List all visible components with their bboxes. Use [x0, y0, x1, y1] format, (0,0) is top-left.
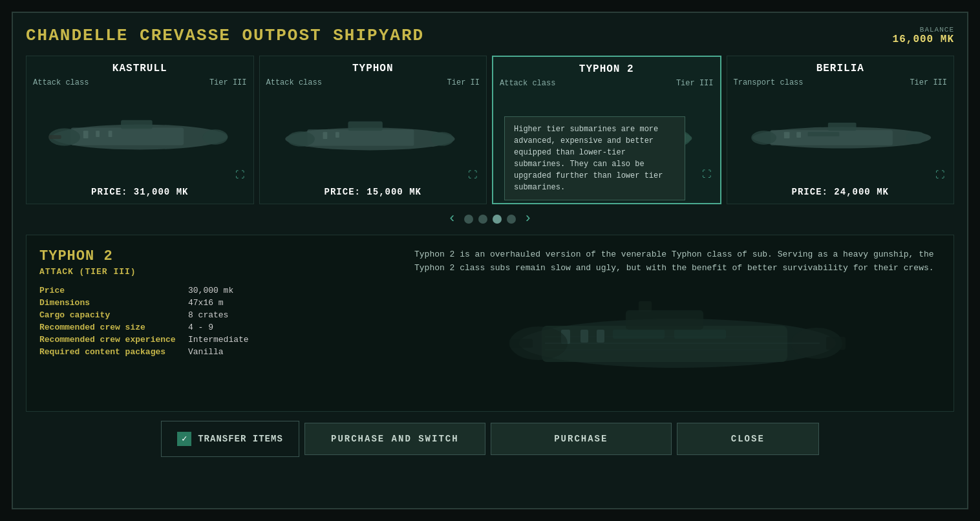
stat-row: Dimensions 47x16 m — [39, 298, 401, 308]
ship-meta-kastrull: Attack class Tier III — [33, 78, 247, 87]
ship-card-berilia[interactable]: BERILIA Transport class Tier III ⛶ P — [727, 56, 955, 204]
ship-svg-typhon2 — [500, 108, 714, 166]
nav-dot-1[interactable] — [478, 215, 487, 224]
stat-value-3: 4 - 9 — [188, 323, 213, 332]
ship-tier-berilia: Tier III — [910, 78, 947, 87]
stat-row: Cargo capacity 8 crates — [39, 310, 401, 320]
svg-rect-20 — [566, 131, 571, 138]
svg-rect-22 — [591, 131, 616, 136]
stat-value-5: Vanilla — [188, 347, 224, 357]
stat-row: Required content packages Vanilla — [39, 347, 401, 357]
ship-class-kastrull: Attack class — [33, 78, 89, 87]
stat-label-2: Cargo capacity — [39, 310, 188, 320]
ship-name-typhon: TYPHON — [266, 63, 480, 74]
ship-card-typhon[interactable]: TYPHON Attack class Tier II ⛶ PRICE: 15,… — [259, 56, 487, 204]
expand-icon-kastrull[interactable]: ⛶ — [235, 170, 244, 180]
stat-label-5: Required content packages — [39, 347, 188, 357]
detail-ship-svg — [490, 282, 865, 398]
ship-name-typhon2: TYPHON 2 — [500, 63, 714, 75]
nav-next-button[interactable]: › — [524, 211, 532, 227]
nav-dot-3[interactable] — [507, 215, 516, 224]
svg-rect-36 — [626, 310, 703, 330]
ship-price-berilia: PRICE: 24,000 MK — [734, 187, 948, 197]
expand-icon-berilia[interactable]: ⛶ — [935, 170, 944, 180]
detail-left: TYPHON 2 ATTACK (TIER III) Price 30,000 … — [39, 248, 401, 398]
ship-card-kastrull[interactable]: KASTRULL Attack class Tier III ⛶ — [26, 56, 254, 204]
svg-point-6 — [202, 129, 228, 144]
nav-dots — [464, 215, 516, 224]
check-mark: ✓ — [182, 433, 187, 444]
stat-value-2: 8 crates — [188, 310, 228, 320]
svg-rect-4 — [96, 131, 100, 137]
svg-rect-19 — [553, 131, 559, 139]
transfer-items-toggle[interactable]: ✓ TRANSFER ITEMS — [161, 421, 299, 457]
nav-dot-2[interactable] — [493, 215, 502, 224]
ship-class-typhon2: Attack class — [500, 79, 555, 88]
ship-meta-typhon2: Attack class Tier III — [500, 79, 714, 88]
ship-class-typhon: Attack class — [266, 78, 322, 87]
stat-value-1: 47x16 m — [188, 298, 224, 308]
ship-image-typhon2: ⛶ — [500, 92, 714, 182]
expand-icon-typhon[interactable]: ⛶ — [468, 170, 477, 180]
ship-meta-typhon: Attack class Tier II — [266, 78, 480, 87]
ship-svg-berilia — [734, 108, 948, 166]
ship-name-berilia: BERILIA — [734, 63, 948, 74]
close-button[interactable]: CLOSE — [677, 423, 819, 455]
stat-value-0: 30,000 mk — [188, 286, 233, 295]
svg-rect-11 — [348, 122, 382, 131]
ship-image-berilia: ⛶ — [734, 91, 948, 183]
balance-label: BALANCE — [893, 26, 954, 34]
ship-image-kastrull: ⛶ — [33, 91, 247, 183]
detail-panel: TYPHON 2 ATTACK (TIER III) Price 30,000 … — [26, 235, 954, 412]
bottom-bar: ✓ TRANSFER ITEMS PURCHASE AND SWITCH PUR… — [26, 421, 954, 457]
svg-rect-31 — [807, 132, 839, 136]
ship-tier-kastrull: Tier III — [209, 78, 247, 87]
svg-point-33 — [751, 131, 776, 144]
detail-ship-image — [414, 282, 941, 398]
transfer-label: TRANSFER ITEMS — [198, 434, 283, 444]
svg-point-14 — [431, 132, 453, 145]
svg-rect-25 — [517, 136, 528, 140]
stat-row: Recommended crew size 4 - 9 — [39, 323, 401, 332]
svg-rect-46 — [509, 339, 533, 348]
nav-dot-0[interactable] — [464, 215, 473, 224]
svg-rect-29 — [783, 132, 789, 138]
svg-rect-21 — [579, 131, 583, 138]
svg-rect-8 — [48, 135, 61, 139]
ship-card-typhon2[interactable]: TYPHON 2 Attack class Tier III — [492, 56, 721, 204]
ship-class-berilia: Transport class — [734, 78, 804, 87]
header: CHANDELLE CREVASSE OUTPOST SHIPYARD BALA… — [26, 26, 954, 45]
stat-label-1: Dimensions — [39, 298, 188, 308]
purchase-button[interactable]: PURCHASE — [491, 423, 672, 455]
ship-tier-typhon2: Tier III — [676, 79, 714, 88]
svg-rect-42 — [674, 330, 726, 339]
balance-value: 16,000 MK — [893, 34, 954, 45]
detail-stats: Price 30,000 mk Dimensions 47x16 m Cargo… — [39, 286, 401, 357]
stat-value-4: Intermediate — [188, 335, 249, 345]
expand-icon-typhon2[interactable]: ⛶ — [702, 169, 711, 180]
nav-prev-button[interactable]: ‹ — [448, 211, 456, 227]
svg-rect-5 — [109, 131, 112, 137]
stat-label-0: Price — [39, 286, 188, 295]
ship-svg-typhon — [266, 108, 480, 166]
purchase-and-switch-button[interactable]: PURCHASE AND SWITCH — [304, 423, 485, 455]
ship-tier-typhon: Tier II — [447, 78, 480, 87]
balance-area: BALANCE 16,000 MK — [893, 26, 954, 45]
svg-rect-13 — [335, 132, 339, 138]
svg-rect-2 — [121, 120, 153, 129]
stat-row: Price 30,000 mk — [39, 286, 401, 295]
ship-svg-kastrull — [33, 108, 247, 166]
main-window: CHANDELLE CREVASSE OUTPOST SHIPYARD BALA… — [12, 12, 968, 509]
svg-point-23 — [667, 131, 691, 145]
stat-row: Recommended crew experience Intermediate — [39, 335, 401, 345]
svg-point-15 — [287, 131, 315, 146]
svg-rect-3 — [83, 131, 89, 138]
stat-label-4: Recommended crew experience — [39, 335, 188, 345]
svg-rect-40 — [597, 330, 604, 343]
svg-rect-12 — [323, 132, 327, 139]
detail-class: ATTACK (TIER III) — [39, 267, 401, 277]
stat-label-3: Recommended crew size — [39, 323, 188, 332]
ship-price-typhon: PRICE: 15,000 MK — [266, 187, 480, 197]
svg-point-32 — [906, 131, 926, 144]
ship-price-typhon2: PRICE: 30,000 MK — [500, 186, 714, 197]
